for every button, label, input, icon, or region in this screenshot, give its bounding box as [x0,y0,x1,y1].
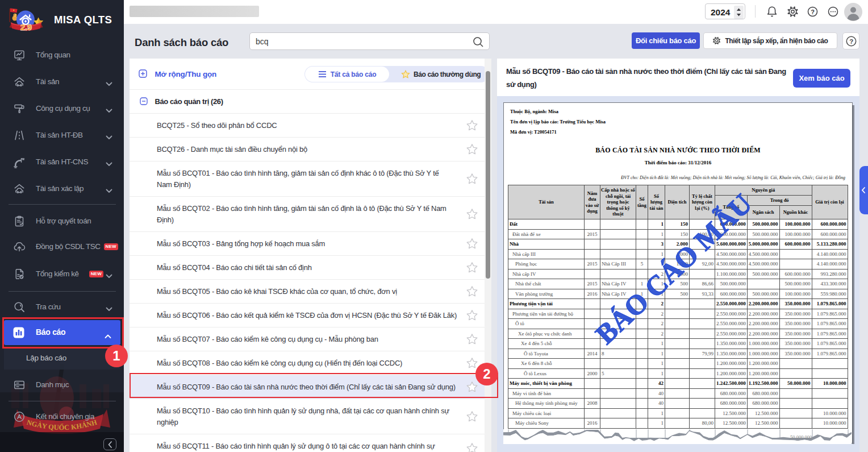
svg-text:?: ? [849,38,853,44]
svg-text:?: ? [811,9,815,15]
svg-text:2.9: 2.9 [20,23,32,32]
